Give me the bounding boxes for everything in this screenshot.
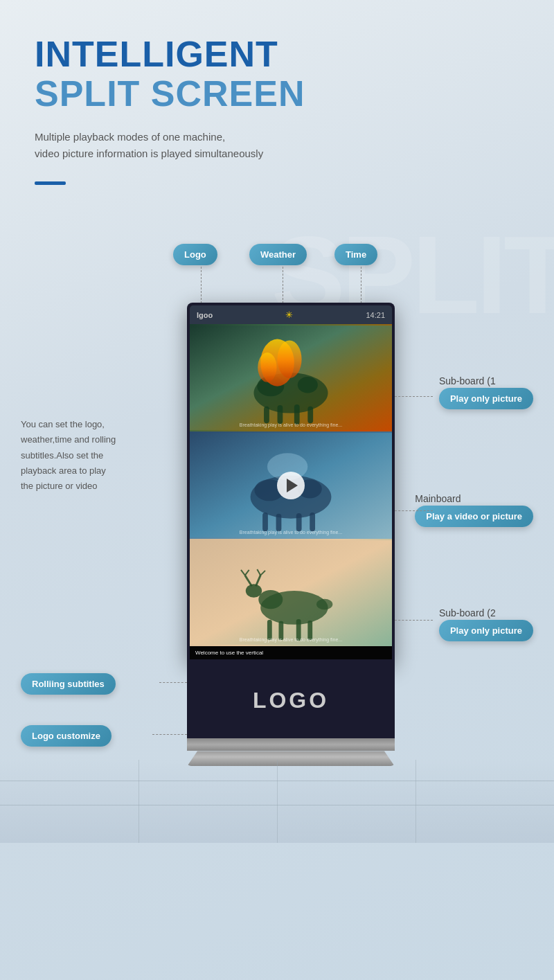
left-desc-line5: the picture or video — [21, 481, 98, 491]
kiosk-device: Igoo ✳ 14:21 — [187, 303, 395, 766]
screen-header: Igoo ✳ 14:21 — [190, 305, 392, 324]
left-description: You can set the logo, weather,time and r… — [21, 417, 159, 493]
svg-rect-15 — [262, 513, 268, 531]
time-label: Time — [334, 244, 377, 265]
svg-point-9 — [278, 341, 302, 379]
left-desc-line2: weather,time and rolling — [21, 434, 116, 445]
rolling-label-group: Rolliing subtitles — [21, 673, 116, 695]
caption-1: Breathtaking play is alive to do everyth… — [190, 422, 392, 427]
rolling-subtitles-label: Rolliing subtitles — [21, 673, 116, 695]
subtitle-line2: video picture information is played simu… — [35, 148, 263, 159]
blue-divider — [35, 181, 66, 185]
sub-board-2-h-connector — [395, 620, 433, 621]
svg-point-22 — [258, 590, 283, 609]
sub-board-2-image: Breathtaking play is alive to do everyth… — [190, 539, 392, 646]
left-desc-line3: subtitles.Also set the — [21, 450, 103, 461]
sub-board-1-action-label: Play only picture — [439, 388, 533, 409]
sub-board-1-h-connector — [395, 396, 433, 397]
kiosk-screen: Igoo ✳ 14:21 — [190, 305, 392, 659]
diagram-area: SPLIT Logo Weather Time Igoo ✳ 14:21 — [0, 220, 554, 843]
svg-rect-7 — [307, 407, 313, 423]
rolling-bar: Welcome to use the vertical — [190, 646, 392, 659]
sub-board-1-image: Breathtaking play is alive to do everyth… — [190, 324, 392, 431]
caption-2: Breathtaking play is alive to do everyth… — [190, 530, 392, 535]
screen-logo: Igoo — [197, 311, 213, 319]
sub-board-1-label-group: Sub-board (1 Play only picture — [439, 375, 533, 409]
kiosk-logo-text: LOGO — [253, 688, 329, 713]
svg-rect-6 — [294, 404, 300, 425]
mainboard-panel: Breathtaking play is alive to do everyth… — [190, 431, 392, 539]
svg-rect-4 — [264, 407, 269, 423]
logo-label: Logo — [173, 244, 217, 265]
sub-board-2-action-label: Play only picture — [439, 620, 533, 641]
sub-board-1-svg — [190, 324, 392, 431]
kiosk-logo-area: LOGO — [187, 662, 395, 738]
weather-label: Weather — [249, 244, 307, 265]
sub-board-1-title: Sub-board (1 — [439, 375, 533, 386]
subtitle-line1: Multiple playback modes of one machine, — [35, 131, 225, 143]
sub-board-2-panel: Breathtaking play is alive to do everyth… — [190, 539, 392, 646]
logo-customize-label-group: Logo customize — [21, 725, 111, 747]
svg-point-3 — [298, 377, 318, 393]
floor-shadow — [0, 760, 554, 843]
rolling-h-connector — [159, 682, 187, 683]
title-line1: INTELLIGENT — [35, 35, 519, 74]
floor-line-v1 — [138, 760, 139, 843]
logo-h-connector — [152, 734, 187, 735]
floor-line-v2 — [277, 760, 278, 843]
caption-3: Breathtaking play is alive to do everyth… — [190, 637, 392, 642]
svg-point-34 — [316, 599, 332, 610]
kiosk-screen-wrapper: Igoo ✳ 14:21 — [187, 303, 395, 662]
mainboard-image: Breathtaking play is alive to do everyth… — [190, 431, 392, 539]
svg-point-23 — [246, 585, 262, 598]
left-desc-line1: You can set the logo, — [21, 419, 105, 429]
logo-customize-label: Logo customize — [21, 725, 111, 747]
kiosk-stand-neck — [187, 738, 395, 751]
sub-board-2-title: Sub-board (2 — [439, 607, 533, 618]
floor-line-v3 — [416, 760, 416, 843]
page-header: INTELLIGENT SPLIT SCREEN Multiple playba… — [0, 0, 554, 206]
sub-board-2-label-group: Sub-board (2 Play only picture — [439, 607, 533, 641]
svg-rect-18 — [310, 513, 315, 531]
subtitle: Multiple playback modes of one machine, … — [35, 129, 519, 162]
screen-time: 14:21 — [366, 311, 385, 319]
weather-icon: ✳ — [285, 310, 293, 320]
mainboard-title: Mainboard — [415, 493, 533, 504]
rolling-text: Welcome to use the vertical — [195, 650, 263, 656]
play-icon — [287, 479, 298, 492]
left-desc-line4: playback area to play — [21, 465, 106, 476]
mainboard-label-group: Mainboard Play a video or picture — [415, 493, 533, 527]
play-button[interactable] — [277, 472, 305, 499]
svg-rect-17 — [296, 513, 302, 531]
mainboard-action-label: Play a video or picture — [415, 506, 533, 527]
title-line2: SPLIT SCREEN — [35, 74, 519, 114]
svg-rect-16 — [276, 514, 282, 531]
sub-board-2-svg — [190, 539, 392, 646]
sub-board-1-panel: Breathtaking play is alive to do everyth… — [190, 324, 392, 431]
svg-point-10 — [258, 353, 276, 382]
svg-rect-5 — [278, 405, 283, 424]
